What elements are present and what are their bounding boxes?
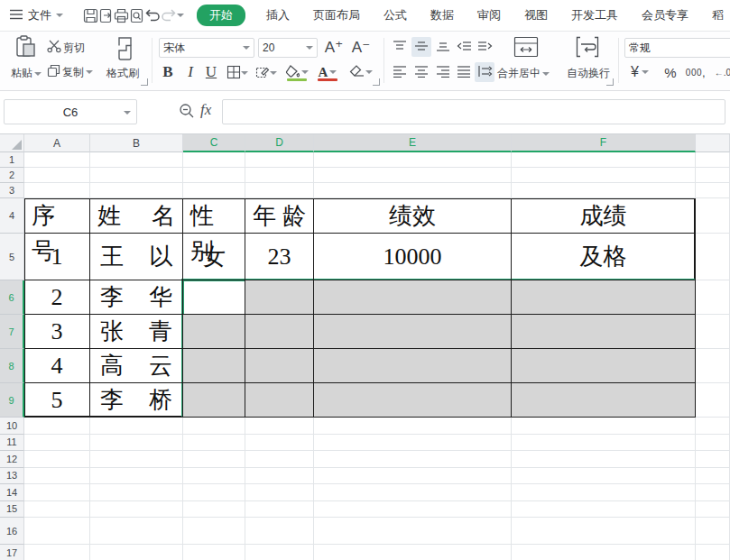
cell-A17[interactable] [24, 545, 90, 560]
file-menu-button[interactable]: 文件 [9, 7, 63, 23]
font-size-select[interactable]: 20 [258, 38, 318, 58]
cell-F17[interactable] [512, 545, 696, 560]
cell-F2[interactable] [512, 168, 696, 183]
fill-color-button[interactable] [285, 62, 309, 82]
cell-C14[interactable] [183, 484, 245, 501]
cell-A7[interactable]: 3 [24, 315, 90, 349]
bold-button[interactable]: B [159, 62, 177, 82]
row-header-8[interactable]: 8 [0, 349, 24, 383]
row-header-14[interactable]: 14 [0, 484, 24, 501]
insert-function-button[interactable]: fx [200, 101, 211, 119]
cell-C3[interactable] [183, 183, 245, 198]
cell-G12[interactable] [696, 451, 730, 468]
cell-G10[interactable] [696, 418, 730, 435]
col-header-A[interactable]: A [24, 134, 90, 152]
align-top-button[interactable] [390, 37, 410, 57]
col-header-B[interactable]: B [90, 134, 183, 152]
col-header-D[interactable]: D [245, 134, 314, 152]
cell-C6[interactable] [183, 280, 245, 315]
cell-G4[interactable] [696, 198, 730, 234]
cell-A10[interactable] [24, 418, 90, 435]
cell-G2[interactable] [696, 168, 730, 183]
cell-D17[interactable] [245, 545, 314, 560]
cell-F15[interactable] [512, 501, 696, 519]
cell-D14[interactable] [245, 484, 314, 501]
cell-C2[interactable] [183, 168, 245, 183]
merge-center-button[interactable] [511, 34, 541, 61]
cell-B6[interactable]: 李 华 [90, 280, 183, 315]
cell-G14[interactable] [696, 484, 730, 501]
cell-F3[interactable] [512, 183, 696, 198]
cell-D3[interactable] [245, 183, 314, 198]
cell-G3[interactable] [696, 183, 730, 198]
redo-button[interactable] [161, 4, 177, 27]
cell-C1[interactable] [183, 152, 245, 168]
cell-F10[interactable] [512, 418, 696, 435]
cell-D15[interactable] [245, 501, 314, 519]
grow-font-button[interactable]: A⁺ [323, 36, 345, 58]
cell-F1[interactable] [512, 152, 696, 168]
cell-A12[interactable] [24, 451, 90, 468]
cell-D12[interactable] [245, 451, 314, 468]
cell-D13[interactable] [245, 468, 314, 485]
alignment-dialog-launcher[interactable] [606, 78, 614, 86]
decrease-indent-button[interactable] [454, 37, 474, 57]
cell-B12[interactable] [90, 451, 183, 468]
cell-C12[interactable] [183, 451, 245, 468]
cell-G5[interactable] [696, 234, 730, 280]
row-header-5[interactable]: 5 [0, 234, 24, 280]
shrink-font-button[interactable]: A⁻ [350, 36, 372, 58]
cell-G8[interactable] [696, 349, 730, 383]
align-right-button[interactable] [433, 62, 453, 82]
font-color-button[interactable]: A [316, 62, 339, 82]
tab-data[interactable]: 数据 [430, 7, 454, 23]
cell-G16[interactable] [696, 518, 730, 545]
cell-C8[interactable] [183, 349, 245, 383]
cell-A4[interactable]: 序 号 [24, 198, 90, 234]
row-header-4[interactable]: 4 [0, 198, 24, 234]
row-header-15[interactable]: 15 [0, 501, 24, 519]
cell-E2[interactable] [314, 168, 512, 183]
cell-E12[interactable] [314, 451, 512, 468]
thousands-format-button[interactable]: 000, [684, 62, 707, 82]
select-all-corner[interactable] [0, 134, 24, 152]
cell-A9[interactable]: 5 [24, 383, 90, 418]
cell-A3[interactable] [24, 183, 90, 198]
cell-D4[interactable]: 年 龄 [245, 198, 314, 234]
cell-E14[interactable] [314, 484, 512, 501]
formula-input[interactable] [222, 99, 725, 124]
cell-F13[interactable] [512, 468, 696, 485]
currency-format-button[interactable]: ¥ [626, 62, 653, 82]
cell-G1[interactable] [696, 152, 730, 168]
increase-indent-button[interactable] [475, 37, 494, 57]
cell-A8[interactable]: 4 [24, 349, 90, 383]
font-dialog-launcher[interactable] [373, 78, 380, 86]
row-header-16[interactable]: 16 [0, 518, 24, 545]
col-header-C[interactable]: C [183, 134, 245, 152]
cell-C4[interactable]: 性 别 [183, 198, 245, 234]
row-header-7[interactable]: 7 [0, 315, 24, 349]
font-name-select[interactable]: 宋体 [159, 38, 254, 58]
paste-label-button[interactable]: 粘贴 [5, 66, 47, 81]
cell-E6[interactable] [314, 280, 512, 315]
copy-button[interactable]: 复制 [47, 64, 93, 80]
number-format-select[interactable]: 常规 [624, 38, 730, 58]
cell-C13[interactable] [183, 468, 245, 485]
col-header-E[interactable]: E [314, 134, 512, 152]
cell-F7[interactable] [512, 315, 696, 349]
print-preview-button[interactable] [129, 4, 144, 27]
cell-F9[interactable] [512, 383, 696, 418]
cell-A14[interactable] [24, 484, 90, 501]
cell-B14[interactable] [90, 484, 183, 501]
percent-format-button[interactable]: % [661, 62, 680, 82]
cell-B1[interactable] [90, 152, 183, 168]
cell-A6[interactable]: 2 [24, 280, 90, 315]
cell-C5[interactable]: 女 [183, 234, 245, 280]
tab-home[interactable]: 开始 [197, 5, 245, 26]
cell-B5[interactable]: 王 以 [90, 234, 183, 280]
cell-G17[interactable] [696, 545, 730, 560]
cell-E4[interactable]: 绩效 [314, 198, 512, 234]
cell-D16[interactable] [245, 518, 314, 545]
cell-E1[interactable] [314, 152, 512, 168]
cell-E16[interactable] [314, 518, 512, 545]
